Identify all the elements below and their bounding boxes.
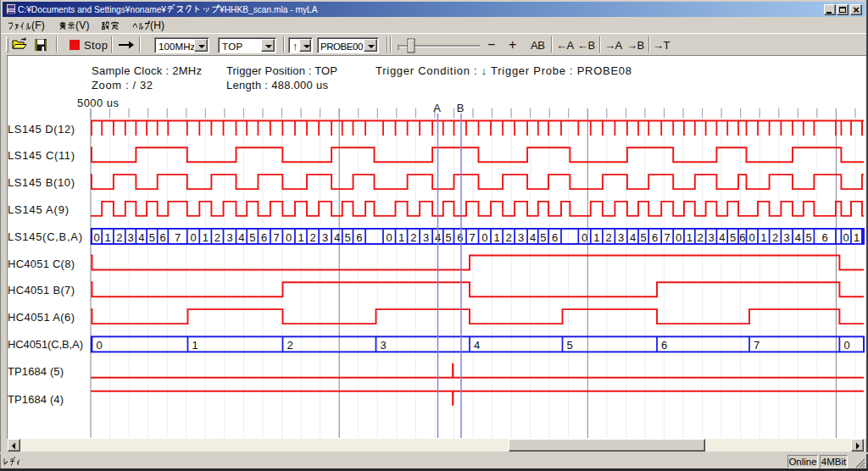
svg-text:6: 6 xyxy=(261,231,267,244)
svg-text:5: 5 xyxy=(445,231,451,244)
svg-text:4: 4 xyxy=(719,231,725,244)
svg-text:2: 2 xyxy=(116,231,122,244)
svg-text:4: 4 xyxy=(530,231,536,244)
svg-text:LS145 D(12): LS145 D(12) xyxy=(8,123,75,136)
svg-text:7: 7 xyxy=(470,231,476,244)
svg-text:0: 0 xyxy=(286,231,292,244)
svg-text:2: 2 xyxy=(698,231,704,244)
svg-text:6: 6 xyxy=(739,231,745,244)
svg-text:5: 5 xyxy=(344,231,350,244)
svg-text:1: 1 xyxy=(854,231,860,244)
svg-text:5: 5 xyxy=(730,231,736,244)
svg-text:3: 3 xyxy=(127,231,133,244)
svg-text:LS145 A(9): LS145 A(9) xyxy=(8,203,69,216)
svg-text:6: 6 xyxy=(822,231,828,244)
svg-text:4: 4 xyxy=(138,231,144,244)
svg-text:0: 0 xyxy=(843,339,849,352)
svg-text:1: 1 xyxy=(687,231,693,244)
svg-text:4: 4 xyxy=(334,231,340,244)
svg-text:HC4051(C,B,A): HC4051(C,B,A) xyxy=(8,338,83,351)
svg-text:0: 0 xyxy=(190,231,196,244)
svg-text:0: 0 xyxy=(481,231,487,244)
svg-text:LS145 B(10): LS145 B(10) xyxy=(8,176,75,189)
svg-text:HC4051 A(6): HC4051 A(6) xyxy=(8,311,75,324)
svg-text:1: 1 xyxy=(760,231,766,244)
svg-text:4: 4 xyxy=(238,231,244,244)
svg-text:7: 7 xyxy=(273,231,279,244)
svg-text:3: 3 xyxy=(423,231,429,244)
svg-text:1: 1 xyxy=(192,339,198,352)
svg-text:5: 5 xyxy=(540,231,546,244)
svg-text:Zoom : / 32: Zoom : / 32 xyxy=(92,79,153,91)
svg-text:6: 6 xyxy=(552,231,558,244)
svg-text:5: 5 xyxy=(249,231,255,244)
svg-text:1: 1 xyxy=(493,231,499,244)
svg-text:Trigger Position : TOP: Trigger Position : TOP xyxy=(226,64,337,77)
svg-text:0: 0 xyxy=(749,231,755,244)
svg-text:4: 4 xyxy=(630,231,636,244)
svg-text:4: 4 xyxy=(795,231,801,244)
svg-text:0: 0 xyxy=(581,231,587,244)
svg-text:LS145(C,B,A): LS145(C,B,A) xyxy=(8,230,82,243)
svg-text:5: 5 xyxy=(149,231,155,244)
svg-text:2: 2 xyxy=(410,231,416,244)
svg-text:1: 1 xyxy=(104,231,110,244)
svg-text:3: 3 xyxy=(226,231,232,244)
svg-text:HC4051 C(8): HC4051 C(8) xyxy=(8,258,75,270)
svg-text:0: 0 xyxy=(97,339,103,352)
svg-text:1: 1 xyxy=(203,231,209,244)
svg-text:Sample Clock : 2MHz: Sample Clock : 2MHz xyxy=(92,64,202,77)
svg-text:A: A xyxy=(433,102,441,114)
svg-text:TP1684 (4): TP1684 (4) xyxy=(8,393,64,406)
svg-text:7: 7 xyxy=(175,231,181,244)
svg-text:2: 2 xyxy=(287,339,293,352)
svg-text:6: 6 xyxy=(652,231,658,244)
svg-text:5: 5 xyxy=(567,339,573,352)
svg-text:B: B xyxy=(457,102,465,114)
svg-text:2: 2 xyxy=(309,231,315,244)
svg-text:0: 0 xyxy=(676,231,682,244)
svg-text:0: 0 xyxy=(387,231,392,244)
svg-text:2: 2 xyxy=(772,231,778,244)
svg-text:1: 1 xyxy=(593,231,599,244)
svg-text:6: 6 xyxy=(356,231,362,244)
svg-text:1: 1 xyxy=(298,231,303,244)
svg-text:6: 6 xyxy=(661,339,667,352)
svg-text:2: 2 xyxy=(605,231,611,244)
svg-text:5000 us: 5000 us xyxy=(77,97,120,109)
svg-text:3: 3 xyxy=(708,231,714,244)
svg-text:6: 6 xyxy=(457,231,463,244)
svg-text:HC4051 B(7): HC4051 B(7) xyxy=(8,284,75,296)
svg-text:0: 0 xyxy=(843,231,849,244)
svg-text:5: 5 xyxy=(640,231,646,244)
svg-text:5: 5 xyxy=(805,231,811,244)
svg-text:LS145 C(11): LS145 C(11) xyxy=(8,149,75,162)
svg-text:7: 7 xyxy=(754,339,760,352)
svg-text:1: 1 xyxy=(398,231,404,244)
svg-text:Length : 488.000 us: Length : 488.000 us xyxy=(226,79,329,91)
svg-text:2: 2 xyxy=(505,231,511,244)
svg-text:TP1684 (5): TP1684 (5) xyxy=(8,365,64,378)
svg-text:0: 0 xyxy=(93,231,99,244)
svg-text:3: 3 xyxy=(322,231,328,244)
svg-text:6: 6 xyxy=(159,231,165,244)
svg-text:3: 3 xyxy=(784,231,790,244)
svg-text:3: 3 xyxy=(381,339,387,352)
svg-text:2: 2 xyxy=(214,231,220,244)
svg-text:3: 3 xyxy=(518,231,524,244)
svg-text:Trigger Condition : ↓ Trigger: Trigger Condition : ↓ Trigger Probe : PR… xyxy=(376,64,632,77)
svg-text:4: 4 xyxy=(474,339,480,352)
svg-text:7: 7 xyxy=(665,231,670,244)
svg-text:3: 3 xyxy=(618,231,624,244)
